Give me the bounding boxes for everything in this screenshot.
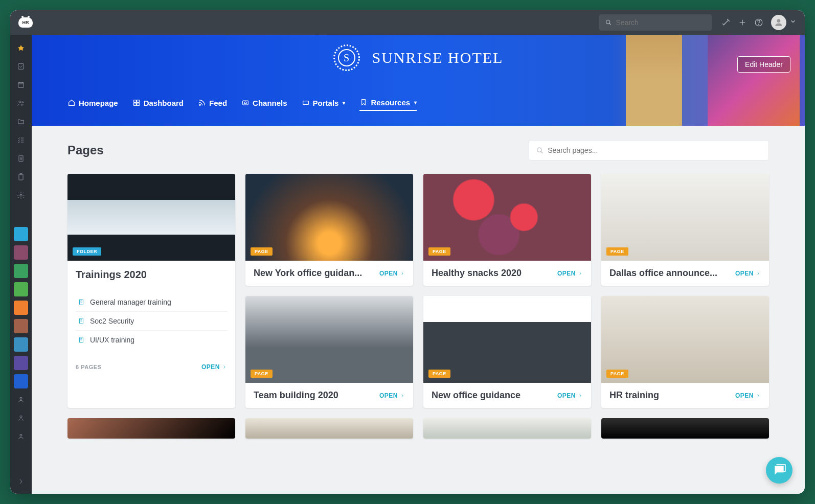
sidebar-check-icon[interactable]: [14, 59, 28, 74]
svg-point-13: [22, 102, 24, 103]
global-search-input[interactable]: [616, 18, 706, 27]
card-title: HR training: [609, 390, 730, 401]
folder-card[interactable]: FOLDER Trainings 2020 General manager tr…: [67, 174, 235, 408]
page-search[interactable]: [529, 140, 769, 161]
main-content: S SUNRISE HOTEL Edit Header Homepage Das…: [32, 35, 805, 494]
page-card[interactable]: PAGE New office guidance OPEN: [423, 296, 591, 408]
page-count: 6 PAGES: [76, 364, 101, 370]
sidebar-app-1[interactable]: [14, 227, 28, 241]
user-avatar[interactable]: [771, 15, 786, 30]
hero-logo: S SUNRISE HOTEL: [333, 44, 504, 71]
sidebar-clipboard-icon[interactable]: [14, 170, 28, 184]
search-icon: [605, 19, 612, 26]
open-link[interactable]: OPEN: [557, 270, 583, 277]
svg-rect-29: [133, 103, 136, 106]
help-icon[interactable]: [751, 14, 767, 31]
global-search[interactable]: [599, 14, 712, 31]
sidebar-tasks-icon[interactable]: [14, 133, 28, 147]
svg-point-23: [20, 194, 22, 196]
svg-point-26: [20, 434, 22, 436]
hero-header: S SUNRISE HOTEL Edit Header Homepage Das…: [32, 35, 805, 126]
sidebar-person3-icon[interactable]: [14, 429, 28, 444]
sidebar-logo-icon[interactable]: [14, 41, 28, 55]
card-image: PAGE: [601, 174, 769, 261]
svg-rect-8: [18, 82, 24, 87]
nav-resources[interactable]: Resources▾: [359, 95, 417, 111]
sidebar-person-icon[interactable]: [14, 393, 28, 407]
sidebar-person2-icon[interactable]: [14, 411, 28, 425]
svg-point-5: [759, 24, 759, 25]
sidebar-doc-icon[interactable]: [14, 151, 28, 166]
card-image: [245, 418, 413, 439]
svg-line-1: [609, 24, 611, 25]
sidebar-calendar-icon[interactable]: [14, 78, 28, 92]
open-link[interactable]: OPEN: [735, 392, 761, 399]
page-badge: PAGE: [606, 247, 628, 256]
page-badge: PAGE: [606, 370, 628, 378]
nav-dashboard[interactable]: Dashboard: [132, 96, 184, 110]
chat-bubble-button[interactable]: [766, 457, 793, 484]
page-title: Pages: [67, 143, 104, 157]
content-area: Pages FOLDER Trainings 2020 General mana…: [32, 126, 805, 459]
grid-icon: [132, 99, 141, 107]
chevron-down-icon: ▾: [414, 100, 417, 105]
svg-rect-33: [303, 101, 308, 105]
card-image: FOLDER: [67, 174, 235, 261]
portals-icon: [302, 99, 310, 107]
sidebar-app-5[interactable]: [14, 301, 28, 315]
plus-icon[interactable]: [734, 14, 751, 31]
page-card-partial[interactable]: [423, 418, 591, 439]
sidebar-app-7[interactable]: [14, 337, 28, 352]
home-icon: [67, 99, 76, 107]
nav-portals[interactable]: Portals▾: [302, 96, 346, 110]
page-card-partial[interactable]: [245, 418, 413, 439]
sidebar-expand-icon[interactable]: [14, 474, 28, 489]
page-card-partial[interactable]: [67, 418, 235, 439]
file-label: General manager training: [90, 298, 171, 306]
card-title: Team building 2020: [254, 390, 374, 401]
svg-point-34: [537, 148, 541, 152]
file-item[interactable]: General manager training: [76, 293, 227, 312]
sidebar-app-9[interactable]: [14, 374, 28, 388]
file-label: UI/UX training: [90, 336, 134, 344]
page-card[interactable]: PAGE Team building 2020 OPEN: [245, 296, 413, 408]
open-link[interactable]: OPEN: [379, 270, 405, 277]
sidebar-settings-icon[interactable]: [14, 188, 28, 202]
sidebar-folder-icon[interactable]: [14, 114, 28, 129]
content-header: Pages: [67, 140, 769, 161]
sidebar-app-3[interactable]: [14, 264, 28, 278]
file-item[interactable]: Soc2 Security: [76, 312, 227, 331]
sidebar-users-icon[interactable]: [14, 96, 28, 110]
body: S SUNRISE HOTEL Edit Header Homepage Das…: [10, 35, 805, 494]
open-link[interactable]: OPEN: [201, 363, 227, 371]
card-title: Dallas office announce...: [609, 268, 730, 279]
svg-point-0: [606, 20, 610, 24]
card-title: New York office guidan...: [254, 268, 374, 279]
nav-homepage[interactable]: Homepage: [67, 96, 118, 110]
open-link[interactable]: OPEN: [735, 270, 761, 277]
magic-wand-icon[interactable]: [718, 14, 734, 31]
open-link[interactable]: OPEN: [379, 392, 405, 399]
sidebar-app-4[interactable]: [14, 282, 28, 296]
file-label: Soc2 Security: [90, 317, 134, 325]
page-card[interactable]: PAGE HR training OPEN: [601, 296, 769, 408]
svg-rect-27: [133, 100, 136, 103]
nav-channels[interactable]: Channels: [241, 96, 287, 110]
sidebar-app-8[interactable]: [14, 356, 28, 370]
page-card[interactable]: PAGE Healthy snacks 2020 OPEN: [423, 174, 591, 286]
page-card[interactable]: PAGE New York office guidan... OPEN: [245, 174, 413, 286]
sidebar-app-2[interactable]: [14, 245, 28, 260]
page-search-input[interactable]: [548, 146, 761, 154]
open-link[interactable]: OPEN: [557, 392, 583, 399]
feed-icon: [198, 99, 206, 107]
user-menu-chevron-icon[interactable]: [789, 18, 797, 27]
page-card-partial[interactable]: [601, 418, 769, 439]
file-item[interactable]: UI/UX training: [76, 331, 227, 349]
hr-badge-icon[interactable]: HR: [18, 17, 33, 28]
card-image: PAGE: [245, 174, 413, 261]
sidebar-app-6[interactable]: [14, 319, 28, 333]
svg-point-6: [777, 19, 781, 22]
edit-header-button[interactable]: Edit Header: [737, 56, 790, 73]
page-card[interactable]: PAGE Dallas office announce... OPEN: [601, 174, 769, 286]
nav-feed[interactable]: Feed: [198, 96, 227, 110]
